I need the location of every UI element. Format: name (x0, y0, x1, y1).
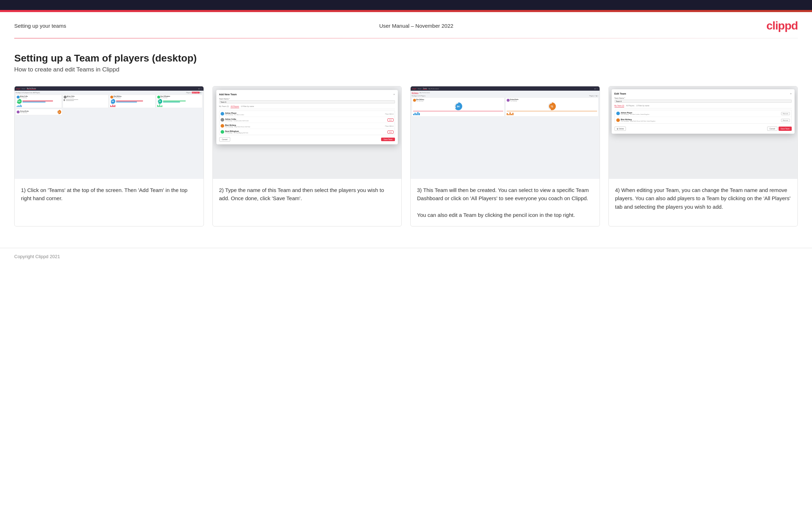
card-3-text: 3) This Team will then be created. You c… (411, 179, 600, 226)
page-subtitle: How to create and edit Teams in Clippd (14, 66, 798, 73)
card-2: Add New Team × Team Name * Team A My Tea… (212, 86, 402, 226)
card-3-screenshot: clippd Home Teams My Performance ■ □ × A… (411, 86, 600, 179)
card-3: clippd Home Teams My Performance ■ □ × A… (410, 86, 600, 226)
page-title: Setting up a Team of players (desktop) (14, 53, 798, 64)
modal1-cancel[interactable]: Cancel (219, 137, 231, 142)
remove-btn-2[interactable]: Remove (781, 119, 790, 122)
modal1-save[interactable]: Save Team (381, 138, 395, 141)
card-4-screenshot: Edit Team × Team Name * Team A My Team (… (609, 86, 798, 179)
modal1-close[interactable]: × (393, 93, 395, 96)
modal2-save[interactable]: Save Team (779, 127, 792, 131)
add-btn-1[interactable]: Add (387, 118, 394, 122)
modal2-input[interactable]: Team A (615, 100, 792, 103)
card-4: Edit Team × Team Name * Team A My Team (… (608, 86, 798, 226)
card-4-text: 4) When editing your Team, you can chang… (609, 179, 798, 226)
modal2-title: Edit Team (615, 92, 626, 95)
copyright: Copyright Clippd 2021 (14, 254, 60, 259)
header: Setting up your teams User Manual – Nove… (0, 12, 812, 38)
header-center: User Manual – November 2022 (379, 23, 453, 29)
top-bar (0, 0, 812, 10)
logo: clippd (766, 19, 798, 32)
modal1-input[interactable]: Team A (219, 100, 395, 103)
card-1-text: 1) Click on 'Teams' at the top of the sc… (15, 179, 204, 226)
modal2-close[interactable]: × (790, 92, 792, 95)
modal2-delete[interactable]: 🗑 Delete (615, 127, 626, 131)
main-content: Setting up a Team of players (desktop) H… (0, 38, 812, 248)
add-btn-2[interactable]: Add (387, 130, 394, 134)
modal2-cancel[interactable]: Cancel (767, 127, 778, 131)
footer: Copyright Clippd 2021 (0, 248, 812, 265)
card-2-screenshot: Add New Team × Team Name * Team A My Tea… (213, 86, 402, 179)
modal1-title: Add New Team (219, 93, 237, 96)
cards-grid: clippd Home My Full Roster ■ □ × Finding… (14, 86, 798, 226)
modal2-label: Team Name * (615, 97, 792, 99)
remove-btn-1[interactable]: Remove (781, 112, 790, 115)
card-2-text: 2) Type the name of this Team and then s… (213, 179, 402, 226)
card-1: clippd Home My Full Roster ■ □ × Finding… (14, 86, 204, 226)
card-1-screenshot: clippd Home My Full Roster ■ □ × Finding… (15, 86, 204, 179)
modal1-label: Team Name * (219, 98, 395, 100)
header-left: Setting up your teams (14, 23, 66, 29)
